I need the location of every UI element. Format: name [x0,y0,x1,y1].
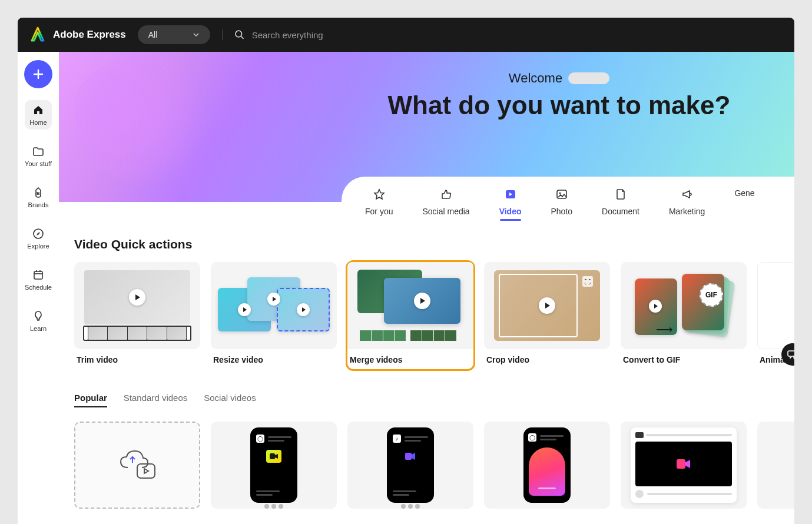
hero-title: What do you want to make? [324,91,794,120]
chevron-down-icon [193,31,200,38]
instagram-icon: ◯ [256,435,264,443]
folder-icon [32,145,45,158]
thumb-trim [74,262,200,349]
calendar-icon [32,268,45,281]
dropdown-label: All [148,30,158,39]
templates-row: ◯ ♪ ◯ [59,416,794,509]
quick-action-resize-video[interactable]: Resize video [211,262,337,369]
thumbs-up-icon [440,188,452,203]
section-title: Video Quick actions [74,237,794,251]
plus-icon [32,68,44,80]
sidebar-item-schedule[interactable]: Schedule [20,265,57,294]
tab-for-you[interactable]: For you [365,188,393,220]
quick-actions-section: Video Quick actions Trim video [59,202,794,369]
welcome-text: Welcome [509,71,562,86]
tab-photo[interactable]: Photo [551,188,573,220]
svg-point-0 [236,31,242,37]
search-box [222,29,783,40]
app-header: Adobe Express All [18,18,794,52]
quick-action-label: Crop video [484,355,610,369]
sidebar-item-label: Schedule [25,284,52,291]
quick-action-trim-video[interactable]: Trim video [74,262,200,369]
svg-line-1 [241,37,244,39]
image-icon [556,188,568,203]
quick-action-label: Merge videos [347,355,473,369]
quick-action-label: Trim video [74,355,200,369]
template-upload[interactable] [74,422,200,509]
filter-tab-popular[interactable]: Popular [74,393,107,407]
youtube-icon [635,432,644,438]
brand-icon: B [32,186,45,199]
tiktok-icon: ♪ [393,435,401,443]
svg-point-15 [794,356,794,359]
svg-rect-13 [405,453,412,460]
quick-action-crop-video[interactable]: ⛶ Crop video [484,262,610,369]
thumb-crop: ⛶ [484,262,610,349]
quick-action-label: Resize video [211,355,337,369]
template-youtube-video[interactable] [621,422,747,509]
tab-marketing[interactable]: Marketing [669,188,705,220]
filter-tab-standard-videos[interactable]: Standard videos [124,393,187,407]
video-icon [405,452,416,461]
user-name-placeholder [568,72,609,84]
main-content: Welcome What do you want to make? For yo… [59,52,794,524]
thumb-merge [347,262,473,349]
create-button[interactable] [24,60,52,88]
svg-rect-14 [677,459,685,469]
template-instagram-reel[interactable]: ◯ [484,422,610,509]
sidebar: Home Your stuff B Brands Explore Schedul… [18,52,59,524]
sidebar-item-label: Learn [30,325,47,332]
sidebar-item-your-stuff[interactable]: Your stuff [20,141,57,171]
gif-badge: GIF [700,283,723,307]
compass-icon [32,227,45,240]
template-instagram-video[interactable]: ◯ [211,422,337,509]
cloud-upload-icon [115,446,160,482]
template-video-generic[interactable] [757,422,794,509]
quick-action-label: Convert to GIF [621,355,747,369]
tab-video[interactable]: Video [499,188,522,220]
template-filter-tabs: Popular Standard videos Social videos [59,369,794,416]
sidebar-item-label: Brands [28,201,49,208]
tab-social-media[interactable]: Social media [422,188,469,220]
video-icon [677,458,691,470]
sidebar-item-label: Home [29,119,47,126]
quick-action-convert-to-gif[interactable]: GIF ⟶ Convert to GIF [621,262,747,369]
svg-point-10 [559,193,561,194]
search-icon [234,29,244,40]
thumb-resize [211,262,337,349]
sidebar-item-label: Explore [27,243,49,250]
logo[interactable]: Adobe Express [29,26,126,43]
search-input[interactable] [252,30,771,40]
svg-rect-4 [34,271,42,279]
chat-icon [787,349,794,360]
sidebar-item-brands[interactable]: B Brands [24,183,54,212]
video-icon [270,453,278,460]
home-icon [32,104,45,117]
bulb-icon [32,310,45,323]
category-tabs: For you Social media Video Photo [342,177,794,225]
tab-generate[interactable]: Gene [734,188,754,220]
search-scope-dropdown[interactable]: All [138,25,211,44]
play-square-icon [505,188,516,203]
star-icon [373,188,385,203]
app-name: Adobe Express [53,29,126,41]
adobe-logo-icon [29,26,46,43]
svg-rect-12 [270,453,275,459]
sidebar-item-home[interactable]: Home [25,100,51,130]
hero-banner: Welcome What do you want to make? For yo… [59,52,794,202]
svg-text:B: B [37,191,40,196]
crop-icon: ⛶ [582,276,593,287]
tab-document[interactable]: Document [602,188,639,220]
thumb-gif: GIF ⟶ [621,262,747,349]
megaphone-icon [681,188,693,203]
template-tiktok-video[interactable]: ♪ [347,422,473,509]
instagram-icon: ◯ [528,433,536,442]
file-icon [615,188,627,203]
quick-action-merge-videos[interactable]: Merge videos [347,262,473,369]
arrow-icon: ⟶ [656,322,673,336]
thumb-animate [757,262,794,349]
sidebar-item-label: Your stuff [25,160,52,167]
sidebar-item-explore[interactable]: Explore [22,224,54,253]
filter-tab-social-videos[interactable]: Social videos [204,393,256,407]
sidebar-item-learn[interactable]: Learn [25,306,51,336]
